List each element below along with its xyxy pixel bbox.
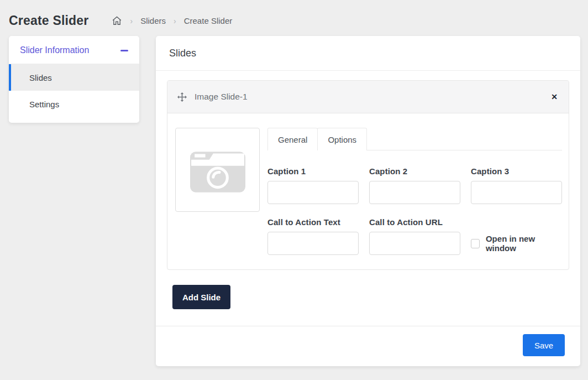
breadcrumb: › Sliders › Create Slider: [111, 15, 233, 27]
main-panel-header: Slides: [156, 36, 580, 71]
sidebar-item-settings[interactable]: Settings: [9, 91, 139, 117]
field-cta-text: Call to Action Text: [267, 217, 359, 255]
caption-1-input[interactable]: [267, 181, 359, 204]
slide-form: Caption 1 Caption 2 Caption 3: [267, 166, 562, 255]
open-new-window-checkbox[interactable]: [471, 239, 480, 248]
field-label: Caption 1: [267, 166, 359, 176]
slide-title: Image Slide-1: [195, 92, 551, 102]
breadcrumb-item-current: Create Slider: [184, 16, 233, 25]
minus-icon[interactable]: [120, 50, 128, 51]
field-label: Caption 2: [369, 166, 460, 176]
slide-item-body: General Options Caption 1: [167, 113, 569, 269]
field-caption-2: Caption 2: [369, 166, 460, 204]
cta-text-input[interactable]: [267, 232, 359, 255]
main-panel: Slides Image Slide-1 ✕: [156, 36, 580, 366]
tab-options[interactable]: Options: [317, 128, 367, 150]
cta-url-input[interactable]: [369, 232, 460, 255]
breadcrumb-item-sliders[interactable]: Sliders: [140, 16, 166, 25]
field-caption-1: Caption 1: [267, 166, 359, 204]
chevron-right-icon: ›: [174, 17, 176, 25]
camera-icon: [190, 147, 246, 193]
sidebar: Slider Information Slides Settings: [9, 36, 139, 123]
open-new-window-field: Open in new window: [471, 232, 562, 255]
sidebar-item-slides[interactable]: Slides: [9, 64, 139, 91]
main-panel-footer: Save: [156, 326, 580, 366]
home-icon[interactable]: [111, 15, 123, 27]
page-title: Create Slider: [9, 13, 89, 28]
field-caption-3: Caption 3: [471, 166, 562, 204]
add-slide-button[interactable]: Add Slide: [172, 285, 230, 309]
slide-form-area: General Options Caption 1: [267, 128, 562, 255]
caption-2-input[interactable]: [369, 181, 460, 204]
field-label: Caption 3: [471, 166, 562, 176]
close-icon[interactable]: ✕: [551, 93, 558, 101]
page-header: Create Slider › Sliders › Create Slider: [0, 0, 588, 36]
slide-tabs: General Options: [267, 128, 562, 150]
slide-item-header: Image Slide-1 ✕: [167, 81, 569, 113]
sidebar-item-label: Slides: [29, 73, 52, 82]
tab-row-divider: [367, 128, 562, 150]
field-label: Call to Action Text: [267, 217, 359, 227]
main-panel-body: Image Slide-1 ✕: [156, 71, 580, 309]
section-title: Slides: [169, 48, 196, 59]
checkbox-label[interactable]: Open in new window: [486, 234, 562, 253]
caption-3-input[interactable]: [471, 181, 562, 204]
move-icon[interactable]: [177, 92, 187, 102]
field-cta-url: Call to Action URL: [369, 217, 460, 255]
field-label: Call to Action URL: [369, 217, 460, 227]
save-button[interactable]: Save: [523, 334, 565, 356]
chevron-right-icon: ›: [130, 17, 133, 25]
slide-image-upload[interactable]: [175, 128, 260, 212]
content-area: Slider Information Slides Settings Slide…: [0, 36, 588, 366]
sidebar-section-toggle[interactable]: Slider Information: [9, 36, 139, 64]
tab-general[interactable]: General: [267, 128, 318, 150]
sidebar-section-title: Slider Information: [20, 45, 89, 55]
sidebar-item-label: Settings: [29, 100, 59, 109]
slide-item-card: Image Slide-1 ✕: [167, 80, 569, 270]
